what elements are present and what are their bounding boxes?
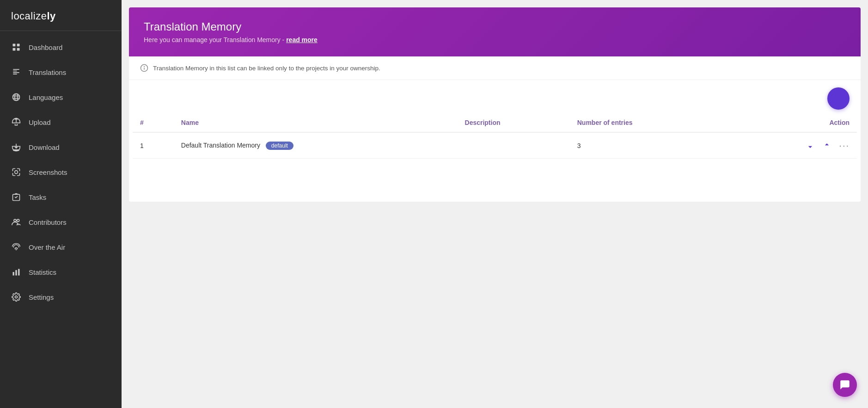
more-options-icon[interactable]: ···: [839, 140, 850, 151]
sidebar-label-screenshots: Screenshots: [29, 168, 67, 176]
sidebar-label-translations: Translations: [29, 68, 66, 76]
svg-point-10: [17, 219, 19, 222]
info-icon: [140, 64, 148, 72]
svg-rect-1: [17, 44, 20, 47]
over-the-air-icon: [11, 242, 21, 252]
add-translation-memory-button[interactable]: [827, 87, 850, 110]
logo: localizely: [11, 10, 110, 22]
sidebar-item-settings[interactable]: Settings: [0, 284, 122, 309]
sidebar-item-screenshots[interactable]: Screenshots: [0, 160, 122, 185]
download-icon: [11, 142, 21, 152]
banner-description: Here you can manage your Translation Mem…: [144, 36, 846, 43]
col-action: Action: [726, 113, 857, 132]
download-action-icon[interactable]: [806, 141, 815, 150]
svg-rect-2: [13, 48, 16, 51]
svg-point-4: [13, 94, 20, 101]
nav-menu: Dashboard Translations Languages Upload: [0, 31, 122, 309]
sidebar-label-over-the-air: Over the Air: [29, 243, 65, 251]
sidebar-label-settings: Settings: [29, 293, 54, 301]
svg-rect-14: [18, 269, 19, 275]
content-card: Translation Memory Here you can manage y…: [129, 7, 861, 202]
logo-area: localizely: [0, 0, 122, 31]
sidebar-item-dashboard[interactable]: Dashboard: [0, 35, 122, 60]
svg-rect-12: [13, 272, 14, 276]
dashboard-icon: [11, 42, 21, 52]
svg-point-9: [14, 219, 16, 222]
sidebar-label-upload: Upload: [29, 118, 51, 126]
row-description: [458, 132, 570, 159]
table-row: 1 Default Translation Memory default 3: [133, 132, 857, 159]
translation-memory-table: # Name Description Number of entries Act…: [133, 113, 857, 159]
contributors-icon: [11, 217, 21, 227]
sidebar-label-statistics: Statistics: [29, 268, 56, 276]
row-name: Default Translation Memory default: [174, 132, 458, 159]
statistics-icon: [11, 267, 21, 277]
svg-point-8: [15, 171, 18, 174]
chat-icon: [839, 379, 851, 391]
upload-action-icon[interactable]: [822, 141, 831, 150]
info-bar: Translation Memory in this list can be l…: [129, 56, 861, 80]
col-entries: Number of entries: [570, 113, 727, 132]
sidebar-label-contributors: Contributors: [29, 218, 67, 226]
upload-icon: [11, 117, 21, 127]
translations-icon: [11, 67, 21, 77]
add-button-area: [129, 80, 861, 113]
chat-button[interactable]: [833, 373, 857, 397]
sidebar-label-dashboard: Dashboard: [29, 43, 62, 51]
sidebar-item-over-the-air[interactable]: Over the Air: [0, 235, 122, 260]
table-wrapper: # Name Description Number of entries Act…: [129, 113, 861, 162]
sidebar-item-translations[interactable]: Translations: [0, 60, 122, 85]
col-name: Name: [174, 113, 458, 132]
sidebar-label-languages: Languages: [29, 93, 63, 101]
main-content: Translation Memory Here you can manage y…: [122, 0, 868, 408]
sidebar-item-upload[interactable]: Upload: [0, 110, 122, 135]
sidebar-item-tasks[interactable]: Tasks: [0, 185, 122, 210]
default-badge: default: [266, 142, 293, 150]
svg-rect-0: [13, 44, 16, 47]
read-more-link[interactable]: read more: [286, 36, 318, 43]
page-title: Translation Memory: [144, 20, 846, 33]
sidebar-label-tasks: Tasks: [29, 193, 46, 201]
sidebar-item-languages[interactable]: Languages: [0, 85, 122, 110]
sidebar: localizely Dashboard Translations Langua…: [0, 0, 122, 408]
row-number: 1: [133, 132, 174, 159]
header-banner: Translation Memory Here you can manage y…: [129, 7, 861, 56]
col-number: #: [133, 113, 174, 132]
screenshots-icon: [11, 167, 21, 177]
svg-point-11: [16, 249, 17, 251]
sidebar-item-contributors[interactable]: Contributors: [0, 210, 122, 235]
svg-rect-3: [17, 48, 20, 51]
row-actions: ···: [726, 132, 857, 159]
settings-icon: [11, 292, 21, 302]
row-entries: 3: [570, 132, 727, 159]
svg-point-5: [15, 94, 18, 101]
sidebar-label-download: Download: [29, 143, 60, 151]
info-text: Translation Memory in this list can be l…: [153, 65, 380, 72]
svg-rect-13: [15, 270, 17, 276]
sidebar-item-statistics[interactable]: Statistics: [0, 260, 122, 284]
col-description: Description: [458, 113, 570, 132]
languages-icon: [11, 92, 21, 102]
plus-icon: [833, 93, 844, 104]
tasks-icon: [11, 192, 21, 202]
sidebar-item-download[interactable]: Download: [0, 135, 122, 160]
